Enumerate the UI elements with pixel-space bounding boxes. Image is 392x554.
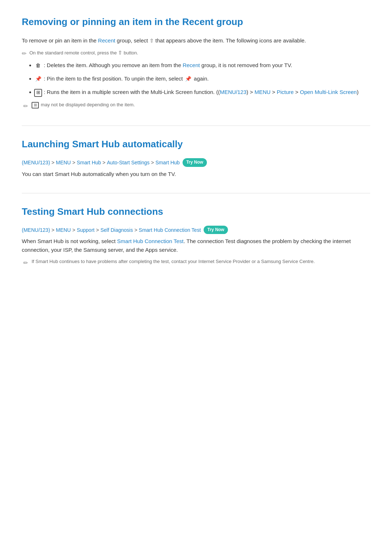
recent-link[interactable]: Recent (98, 37, 115, 44)
section3-note: ✏ If Smart Hub continues to have problem… (23, 258, 370, 268)
pencil-icon-1: ✏ (22, 49, 26, 58)
breadcrumb2-selfdiag[interactable]: Self Diagnosis (101, 226, 133, 234)
section1-title: Removing or pinning an item in the Recen… (22, 15, 370, 31)
section3-title: Testing Smart Hub connections (22, 204, 370, 221)
divider-1 (22, 126, 370, 126)
divider-2 (22, 193, 370, 193)
breadcrumb-menu123[interactable]: (MENU/123) (22, 159, 50, 167)
section3-breadcrumb: (MENU/123) > MENU > Support > Self Diagn… (22, 226, 370, 234)
try-now-badge-2[interactable]: Try Now (204, 226, 228, 234)
bullet-multilink: • ⊞ : Runs the item in a multiple screen… (29, 88, 370, 98)
pencil-icon-3: ✏ (23, 258, 28, 268)
section1-intro: To remove or pin an item in the Recent g… (22, 36, 370, 45)
pin-icon: 📌 (34, 75, 42, 83)
bullet-delete: • 🗑 : Deletes the item. Although you rem… (29, 61, 370, 71)
breadcrumb2-menu123[interactable]: (MENU/123) (22, 226, 50, 234)
section3-body: When Smart Hub is not working, select Sm… (22, 237, 370, 254)
section-launching: Launching Smart Hub automatically (MENU/… (22, 137, 370, 178)
note-display-text: ⊞ may not be displayed depending on the … (32, 101, 135, 109)
section2-title: Launching Smart Hub automatically (22, 137, 370, 153)
note-remote-text: On the standard remote control, press th… (29, 49, 138, 57)
note-display: ✏ ⊞ may not be displayed depending on th… (23, 101, 370, 111)
trash-icon: 🗑 (34, 61, 42, 69)
breadcrumb-smarthub[interactable]: Smart Hub (77, 159, 101, 167)
section2-body: You can start Smart Hub automatically wh… (22, 170, 370, 178)
up-arrow-icon: ⇧ (150, 37, 154, 45)
section-removing-pinning: Removing or pinning an item in the Recen… (22, 15, 370, 111)
section-testing: Testing Smart Hub connections (MENU/123)… (22, 204, 370, 268)
breadcrumb-autostart[interactable]: Auto-Start Settings (107, 159, 150, 167)
breadcrumb2-support[interactable]: Support (77, 226, 94, 234)
breadcrumb-menu[interactable]: MENU (56, 159, 71, 167)
up-arrow-small-icon: ⇧ (118, 49, 122, 57)
menu-link[interactable]: MENU (254, 89, 270, 95)
breadcrumb-smarthub2[interactable]: Smart Hub (155, 159, 180, 167)
pencil-icon-2: ✏ (23, 102, 28, 111)
note-remote: ✏ On the standard remote control, press … (22, 49, 370, 58)
recent-link-2[interactable]: Recent (183, 62, 200, 68)
icon-bullets: • 🗑 : Deletes the item. Although you rem… (29, 61, 370, 98)
menu123-link[interactable]: MENU/123 (220, 89, 246, 95)
bullet-pin: • 📌 : Pin the item to the first position… (29, 74, 370, 84)
connection-test-link[interactable]: Smart Hub Connection Test (117, 238, 184, 244)
open-multilink-link[interactable]: Open Multi-Link Screen (300, 89, 357, 95)
breadcrumb2-menu[interactable]: MENU (56, 226, 71, 234)
section3-note-text: If Smart Hub continues to have problems … (32, 258, 315, 266)
try-now-badge-1[interactable]: Try Now (183, 158, 207, 167)
breadcrumb2-connectiontest[interactable]: Smart Hub Connection Test (139, 226, 201, 234)
multilink-small-icon: ⊞ (32, 102, 39, 108)
picture-link[interactable]: Picture (277, 89, 294, 95)
section2-breadcrumb: (MENU/123) > MENU > Smart Hub > Auto-Sta… (22, 158, 370, 167)
multilink-icon: ⊞ (34, 89, 42, 97)
pin-icon-2: 📌 (184, 75, 192, 83)
